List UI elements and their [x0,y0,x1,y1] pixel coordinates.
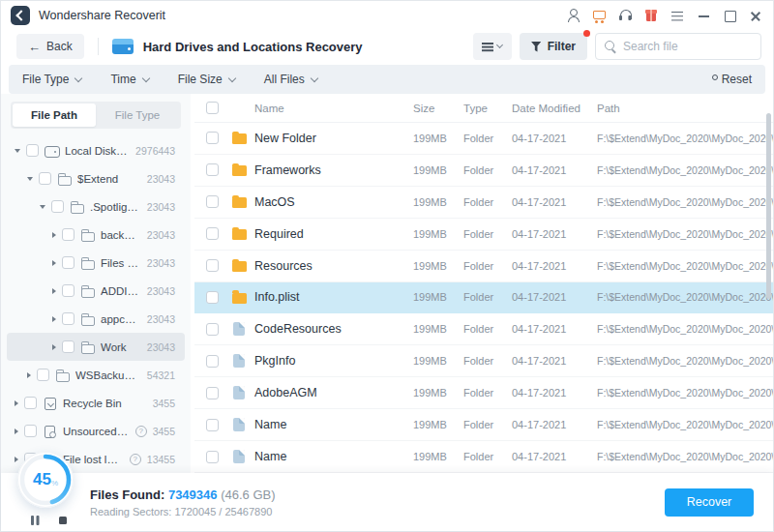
tree-caret-icon[interactable] [27,177,33,181]
sidebar: File Path File Type Local Disk (F:) ? [1,94,191,473]
maximize-icon[interactable] [722,8,737,23]
table-row[interactable]: Info.plist 199MB Folder 04-17-2021 F:\$E… [194,282,773,314]
row-checkbox[interactable] [206,163,219,176]
file-icon [43,425,57,438]
row-checkbox[interactable] [206,323,219,336]
tree-checkbox[interactable] [24,397,37,409]
column-header-size: Size [413,103,463,114]
filter-dropdown[interactable]: All Files [264,73,317,86]
folder-icon [70,200,84,214]
row-checkbox[interactable] [206,259,219,272]
row-checkbox[interactable] [206,355,219,368]
row-checkbox[interactable] [206,132,219,144]
minimize-icon[interactable] [696,8,711,23]
recover-button[interactable]: Recover [665,488,754,517]
tree-caret-icon[interactable] [15,429,18,434]
help-icon[interactable]: ? [130,454,141,465]
table-row[interactable]: Name 199MB Folder 04-17-2021 F:\$Extend\… [194,441,773,473]
sidebar-tab-label: File Type [115,109,160,121]
row-checkbox[interactable] [206,419,219,431]
tree-item-label: Unsourced files [63,426,130,437]
table-row[interactable]: New Folder 199MB Folder 04-17-2021 F:\$E… [194,123,773,155]
filter-dropdown[interactable]: Time [110,73,148,86]
tree-item[interactable]: Local Disk (F:) ? 2976443 [7,136,185,164]
tree-item[interactable]: ADDINS ? 23043 [7,277,185,305]
pause-icon[interactable] [31,516,40,525]
tree-caret-icon[interactable] [27,372,31,378]
tree-caret-icon[interactable] [52,344,56,350]
table-row[interactable]: Name 199MB Folder 04-17-2021 F:\$Extend\… [194,409,773,441]
scan-status: Files Found: 7349346 (46.6 GB) Reading S… [90,488,276,517]
stop-icon[interactable] [59,517,67,524]
back-button[interactable]: Back [16,34,84,59]
row-checkbox[interactable] [206,227,219,240]
tree-checkbox[interactable] [62,312,74,325]
tree-item[interactable]: Files Lost Origri... ? 23043 [7,249,185,277]
row-size: 199MB [413,387,463,399]
row-checkbox[interactable] [206,291,219,304]
tree-checkbox[interactable] [62,284,74,297]
tree-item[interactable]: appcompat ? 23043 [7,305,185,333]
tree-item[interactable]: Recycle Bin ? 3455 [7,389,185,417]
folder-icon [80,312,95,326]
tree-item[interactable]: $Extend ? 23043 [7,164,185,192]
table-row[interactable]: Required 199MB Folder 04-17-2021 F:\$Ext… [194,219,773,251]
tree-checkbox[interactable] [62,256,74,269]
sidebar-tab[interactable]: File Type [96,103,179,127]
table-row[interactable]: Frameworks 199MB Folder 04-17-2021 F:\$E… [194,155,773,187]
headset-icon[interactable] [617,8,633,23]
cart-icon[interactable] [591,8,607,23]
tree-caret-icon[interactable] [15,149,20,153]
tree-item[interactable]: .Spotlight-V10000... ? 23043 [7,192,185,221]
percent-sign: % [51,479,58,488]
tree-caret-icon[interactable] [52,232,56,238]
tree-item[interactable]: Unsourced files ? 3455 [7,417,185,445]
row-name: PkgInfo [254,354,413,368]
filter-dropdown[interactable]: File Type [22,73,81,86]
app-title: Wondershare Recoverit [39,9,165,22]
vertical-scrollbar[interactable] [766,113,771,299]
tree-caret-icon[interactable] [52,288,56,294]
gift-icon[interactable] [643,8,659,23]
reset-filters-button[interactable]: Reset [716,73,752,86]
row-size: 199MB [413,451,463,462]
tree-checkbox[interactable] [39,172,51,185]
search-input[interactable] [623,40,753,53]
tree-caret-icon[interactable] [52,260,56,266]
tree-item[interactable]: backupdata ? 23043 [7,221,185,249]
filter-button[interactable]: Filter [520,33,587,60]
tree-checkbox[interactable] [62,340,74,353]
recycle-icon [43,397,57,410]
row-date: 04-17-2021 [512,291,597,303]
sidebar-tab[interactable]: File Path [13,103,96,127]
user-icon[interactable] [565,8,580,23]
row-checkbox[interactable] [206,451,219,463]
tree-caret-icon[interactable] [52,316,56,322]
tree-caret-icon[interactable] [15,400,18,406]
search-icon [604,40,617,53]
table-row[interactable]: Resources 199MB Folder 04-17-2021 F:\$Ex… [194,251,773,282]
tree-checkbox[interactable] [37,369,49,381]
tree-caret-icon[interactable] [40,205,45,209]
tree-checkbox[interactable] [62,228,74,241]
help-icon[interactable]: ? [135,426,147,437]
tree-item[interactable]: Work ? 23043 [7,333,185,361]
select-all-checkbox[interactable] [206,102,219,114]
table-row[interactable]: PkgInfo 199MB Folder 04-17-2021 F:\$Exte… [194,345,773,377]
tree-item[interactable]: WSBackupData ? 54321 [7,361,185,389]
close-icon[interactable] [748,8,763,23]
tree-checkbox[interactable] [24,425,37,437]
row-checkbox[interactable] [206,195,219,208]
table-row[interactable]: MacOS 199MB Folder 04-17-2021 F:\$Extend… [194,187,773,219]
folder-icon [80,284,95,298]
file-tree: Local Disk (F:) ? 2976443 $Extend ? 2304… [1,136,191,473]
table-row[interactable]: AdobeAGM 199MB Folder 04-17-2021 F:\$Ext… [194,377,773,409]
menu-icon[interactable] [670,8,685,23]
row-checkbox[interactable] [206,387,219,399]
view-mode-button[interactable] [473,33,512,60]
tree-checkbox[interactable] [51,200,64,213]
row-name: MacOS [254,195,413,209]
tree-checkbox[interactable] [26,144,39,157]
table-row[interactable]: CodeResources 199MB Folder 04-17-2021 F:… [194,313,773,345]
filter-dropdown[interactable]: File Size [178,73,235,86]
